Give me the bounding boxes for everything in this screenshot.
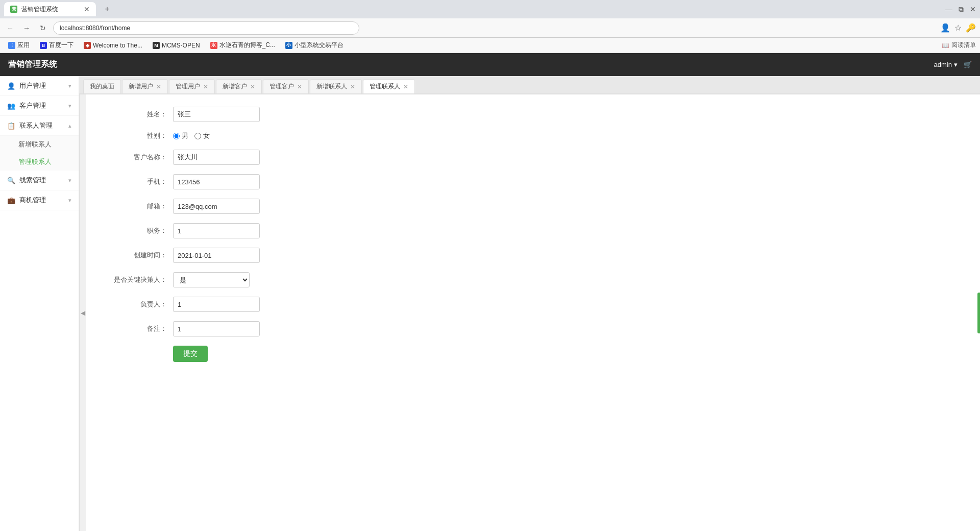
user-arrow-icon: ▾ (68, 83, 71, 89)
tab-manage-user-label: 管理用户 (176, 82, 200, 91)
sidebar-item-user-management[interactable]: 👤 用户管理 ▾ (0, 76, 79, 96)
admin-dropdown[interactable]: admin ▾ (934, 61, 958, 68)
sidebar-customer-label: 客户管理 (19, 101, 46, 110)
email-input[interactable] (173, 199, 260, 214)
add-contact-label: 新增联系人 (18, 140, 52, 148)
tab-title: 营销管理系统 (21, 5, 80, 14)
sidebar-item-customer-management[interactable]: 👥 客户管理 ▾ (0, 96, 79, 116)
star-icon[interactable]: ☆ (954, 23, 962, 33)
form-row-phone: 手机： (107, 174, 960, 189)
tab-desktop[interactable]: 我的桌面 (83, 79, 121, 93)
tab-desktop-label: 我的桌面 (90, 82, 114, 91)
read-icon: 📖 (942, 42, 949, 49)
remark-input[interactable] (173, 321, 260, 336)
tab-manage-user[interactable]: 管理用户 ✕ (169, 79, 215, 93)
decision-field-wrapper: 是 否 (173, 272, 250, 287)
green-scroll-bar (977, 293, 980, 333)
main-layout: 👤 用户管理 ▾ 👥 客户管理 ▾ 📋 联系人管理 ▴ (0, 76, 980, 531)
created-label: 创建时间： (107, 251, 173, 260)
admin-label: admin (934, 61, 952, 68)
bookmark-baidu[interactable]: B 百度一下 (36, 40, 78, 51)
baidu-favicon: B (40, 42, 47, 49)
close-btn[interactable]: ✕ (970, 5, 976, 13)
bookmark-xiao[interactable]: 小 小型系统交易平台 (281, 40, 348, 51)
owner-label: 负责人： (107, 300, 173, 309)
form-row-customer: 客户名称： (107, 150, 960, 165)
read-mode-btn[interactable]: 📖 阅读清单 (942, 41, 976, 50)
leads-icon: 🔍 (7, 177, 15, 184)
email-field-wrapper (173, 199, 260, 214)
tab-manage-customer-label: 管理客户 (270, 82, 294, 91)
phone-label: 手机： (107, 177, 173, 186)
gender-male-label: 男 (182, 131, 188, 140)
tab-favicon: 营 (10, 6, 17, 13)
tab-close-btn[interactable]: ✕ (84, 5, 90, 13)
tab-add-user[interactable]: 新增用户 ✕ (122, 79, 168, 93)
page-content: 姓名： 性别： 男 (86, 94, 980, 531)
phone-input[interactable] (173, 174, 260, 189)
back-btn[interactable]: ← (4, 22, 16, 34)
maximize-btn[interactable]: ⧉ (959, 5, 964, 14)
tab-add-contact[interactable]: 新增联系人 ✕ (310, 79, 362, 93)
gender-field-wrapper: 男 女 (173, 131, 210, 140)
customer-label: 客户名称： (107, 153, 173, 162)
remark-label: 备注： (107, 324, 173, 333)
bookmark-mcms[interactable]: M MCMS-OPEN (149, 41, 204, 50)
owner-input[interactable] (173, 297, 260, 312)
gender-male-radio[interactable] (173, 133, 180, 139)
created-field-wrapper (173, 248, 260, 263)
tab-add-user-label: 新增用户 (129, 82, 153, 91)
name-input[interactable] (173, 107, 260, 122)
form-row-submit: 提交 (107, 346, 960, 362)
submit-button[interactable]: 提交 (173, 346, 208, 362)
sidebar-item-opportunity-management[interactable]: 💼 商机管理 ▾ (0, 190, 79, 210)
address-bar[interactable] (53, 21, 359, 35)
browser-tab[interactable]: 营 营销管理系统 ✕ (4, 2, 96, 16)
contact-form: 姓名： 性别： 男 (107, 107, 960, 362)
tab-add-contact-close[interactable]: ✕ (350, 83, 355, 90)
collapse-handle[interactable]: ◀ (79, 94, 86, 531)
bookmark-welcome[interactable]: ◆ Welcome to The... (80, 41, 146, 50)
sidebar-item-add-contact[interactable]: 新增联系人 (0, 136, 79, 153)
tab-add-customer[interactable]: 新增客户 ✕ (216, 79, 262, 93)
decision-select[interactable]: 是 否 (173, 272, 250, 287)
tab-manage-user-close[interactable]: ✕ (203, 83, 208, 90)
customer-arrow-icon: ▾ (68, 103, 71, 109)
name-label: 姓名： (107, 110, 173, 119)
gender-female-label: 女 (203, 131, 210, 140)
contact-submenu: 新增联系人 管理联系人 (0, 136, 79, 171)
refresh-btn[interactable]: ↻ (37, 22, 49, 34)
extensions-icon[interactable]: 🔑 (966, 23, 976, 33)
tab-manage-contact[interactable]: 管理联系人 ✕ (363, 79, 415, 94)
bookmark-apps[interactable]: ⋮ 应用 (4, 40, 34, 51)
name-field-wrapper (173, 107, 260, 122)
tab-manage-contact-close[interactable]: ✕ (403, 83, 408, 90)
leads-arrow-icon: ▾ (68, 177, 71, 184)
sidebar-item-leads-management[interactable]: 🔍 线索管理 ▾ (0, 171, 79, 190)
tabs-bar: 我的桌面 新增用户 ✕ 管理用户 ✕ 新增客户 ✕ 管理客户 ✕ (79, 76, 980, 94)
tab-add-user-close[interactable]: ✕ (156, 83, 161, 90)
position-input[interactable] (173, 223, 260, 238)
profile-icon[interactable]: 👤 (940, 23, 950, 33)
forward-btn[interactable]: → (20, 22, 33, 34)
gender-male-option[interactable]: 男 (173, 131, 188, 140)
owner-field-wrapper (173, 297, 260, 312)
gender-female-radio[interactable] (194, 133, 201, 139)
tab-manage-customer[interactable]: 管理客户 ✕ (263, 79, 309, 93)
minimize-btn[interactable]: — (945, 5, 952, 13)
created-input[interactable] (173, 248, 260, 263)
gender-label: 性别： (107, 131, 173, 140)
sidebar: 👤 用户管理 ▾ 👥 客户管理 ▾ 📋 联系人管理 ▴ (0, 76, 79, 531)
apps-favicon: ⋮ (8, 42, 15, 49)
bookmark-shui[interactable]: 水 水逆石青的博客_C... (206, 40, 279, 51)
gender-female-option[interactable]: 女 (194, 131, 210, 140)
tab-add-customer-close[interactable]: ✕ (250, 83, 255, 90)
sidebar-item-manage-contact[interactable]: 管理联系人 (0, 153, 79, 171)
submit-wrapper: 提交 (173, 346, 208, 362)
cart-button[interactable]: 🛒 (964, 61, 972, 68)
new-tab-button[interactable]: + (100, 2, 114, 16)
tab-manage-customer-close[interactable]: ✕ (297, 83, 302, 90)
form-row-owner: 负责人： (107, 297, 960, 312)
customer-input[interactable] (173, 150, 260, 165)
sidebar-item-contact-management[interactable]: 📋 联系人管理 ▴ (0, 116, 79, 136)
